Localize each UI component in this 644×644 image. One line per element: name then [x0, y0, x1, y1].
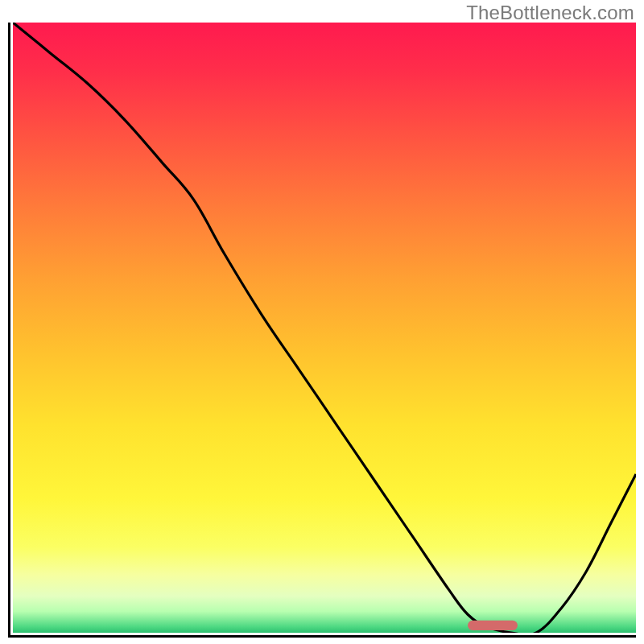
curve-layer: [13, 23, 636, 633]
optimal-marker: [468, 621, 518, 630]
plot-area: [13, 23, 636, 633]
bottleneck-curve: [13, 23, 636, 633]
chart-container: TheBottleneck.com: [0, 0, 644, 644]
watermark-text: TheBottleneck.com: [466, 2, 634, 24]
axes-frame: [8, 23, 636, 638]
